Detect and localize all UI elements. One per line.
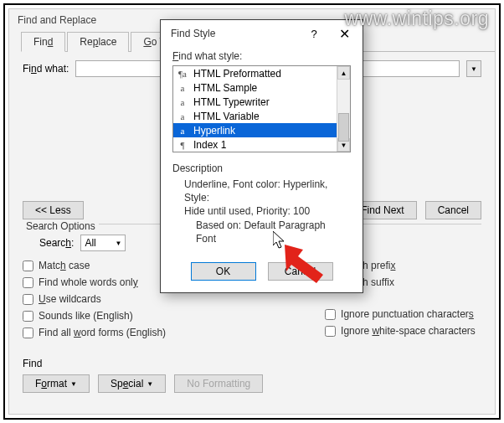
close-button[interactable]: ✕ (331, 25, 357, 42)
find-section-title: Find (23, 358, 481, 369)
tab-replace[interactable]: Replace (67, 32, 129, 52)
find-style-dialog: Find Style ? ✕ Find what style: ¶aHTML P… (160, 19, 363, 293)
scroll-track[interactable] (337, 80, 350, 138)
find-what-label: Find what: (23, 63, 69, 75)
character-icon: a (177, 83, 188, 93)
paragraph-icon: ¶a (177, 69, 188, 79)
find-what-style-label: Find what style: (172, 50, 351, 62)
paragraph-icon: ¶ (177, 140, 188, 150)
character-icon: a (177, 111, 188, 121)
cancel-button-main[interactable]: Cancel (425, 201, 481, 219)
search-options-title: Search Options (23, 220, 99, 232)
search-direction-select[interactable]: All ▼ (80, 235, 126, 251)
list-item-html-typewriter[interactable]: aHTML Typewriter (173, 95, 337, 109)
special-button[interactable]: Special▼ (98, 374, 166, 393)
list-item-hyperlink[interactable]: aHyperlink (173, 123, 337, 137)
find-formatting-section: Find Format▼ Special▼ No Formatting (23, 358, 481, 393)
list-item-html-sample[interactable]: aHTML Sample (173, 80, 337, 95)
no-formatting-button[interactable]: No Formatting (174, 374, 263, 393)
character-icon: a (177, 126, 188, 136)
ignore-whitespace-checkbox[interactable]: Ignore white-space characters (325, 325, 476, 337)
use-wildcards-checkbox[interactable]: Use wildcards (23, 293, 166, 305)
format-button[interactable]: Format▼ (23, 374, 90, 393)
sounds-like-checkbox[interactable]: Sounds like (English) (23, 310, 166, 322)
modal-title: Find Style (171, 28, 301, 39)
tab-find[interactable]: Find (21, 32, 65, 52)
options-left-column: Match case Find whole words only Use wil… (23, 260, 166, 338)
search-direction-value: All (85, 237, 95, 249)
help-button[interactable]: ? (301, 25, 327, 42)
search-direction-label: Search: (39, 237, 74, 249)
scroll-up-button[interactable]: ▲ (337, 66, 350, 80)
list-item-html-variable[interactable]: aHTML Variable (173, 109, 337, 123)
character-icon: a (177, 97, 188, 107)
list-item-html-preformatted[interactable]: ¶aHTML Preformatted (173, 66, 337, 80)
whole-words-checkbox[interactable]: Find whole words only (23, 276, 166, 288)
modal-body: Find what style: ¶aHTML Preformatted aHT… (161, 47, 363, 292)
description-text: Underline, Font color: Hyperlink, Style:… (184, 178, 346, 245)
scroll-thumb[interactable] (338, 113, 349, 142)
match-case-checkbox[interactable]: Match case (23, 260, 166, 271)
cancel-button-modal[interactable]: Cancel (268, 262, 333, 281)
description-label: Description (172, 162, 351, 174)
chevron-down-icon: ▼ (115, 240, 121, 247)
list-item-index1[interactable]: ¶Index 1 (173, 137, 337, 152)
style-listbox[interactable]: ¶aHTML Preformatted aHTML Sample aHTML T… (172, 65, 351, 152)
ok-button[interactable]: OK (191, 262, 256, 281)
less-button[interactable]: << Less (23, 201, 84, 219)
listbox-scrollbar[interactable]: ▲ ▼ (337, 66, 350, 152)
ignore-punct-checkbox[interactable]: Ignore punctuation characters (325, 308, 476, 320)
find-what-dropdown[interactable]: ▼ (466, 60, 481, 77)
word-forms-checkbox[interactable]: Find all word forms (English) (23, 327, 166, 338)
modal-titlebar: Find Style ? ✕ (161, 20, 363, 47)
